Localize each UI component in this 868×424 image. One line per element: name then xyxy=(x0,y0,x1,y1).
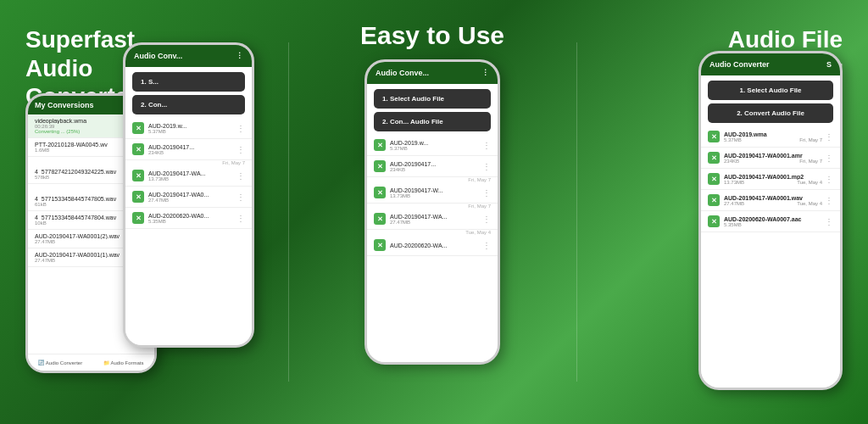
item-dots-icon[interactable]: ⋮ xyxy=(482,241,491,250)
item-dots-icon[interactable]: ⋮ xyxy=(482,215,491,224)
remove-icon[interactable]: ✕ xyxy=(374,239,386,251)
select-audio-button[interactable]: 1. Select Audio File xyxy=(708,81,833,100)
status-icon: S xyxy=(826,60,832,69)
list-item: ✕ AUD-20200620-WA0007.aac 5.35MB ⋮ xyxy=(701,211,840,232)
remove-file-icon[interactable]: ✕ xyxy=(132,143,144,155)
phone-mid: Audio Conve... ⋮ 1. Select Audio File 2.… xyxy=(364,59,500,365)
item-dots-icon[interactable]: ⋮ xyxy=(825,132,833,142)
list-item: ✕ AUD-2019.w... 5.37MB ⋮ xyxy=(125,118,252,139)
item-dots-icon[interactable]: ⋮ xyxy=(482,188,491,198)
remove-icon[interactable]: ✕ xyxy=(708,173,720,185)
remove-file-icon[interactable]: ✕ xyxy=(132,212,144,224)
item-dots-icon[interactable]: ⋮ xyxy=(825,153,833,163)
item-menu-icon[interactable]: ⋮ xyxy=(236,124,245,133)
remove-icon[interactable]: ✕ xyxy=(374,187,386,198)
item-dots-icon[interactable]: ⋮ xyxy=(482,141,491,150)
remove-icon[interactable]: ✕ xyxy=(708,215,720,227)
menu-dots-icon: ⋮ xyxy=(236,52,243,60)
convert-audio-btn[interactable]: 2. Con... Audio File xyxy=(374,112,491,131)
convert-audio-button[interactable]: 2. Convert Audio File xyxy=(708,103,833,123)
remove-icon[interactable]: ✕ xyxy=(374,213,386,225)
item-menu-icon[interactable]: ⋮ xyxy=(236,171,245,181)
list-item: ✕ AUD-20190417-WA0001.mp2 13.73MBTue, Ma… xyxy=(701,169,840,190)
list-item: ✕ AUD-20190417-WA0001.wav 27.47MBTue, Ma… xyxy=(701,190,840,211)
phone2-header: Audio Conv... ⋮ xyxy=(125,45,252,67)
right-panel: Audio File Converter Audio Converter S 1… xyxy=(576,0,868,424)
item-dots-icon[interactable]: ⋮ xyxy=(482,162,491,171)
mid-title: Easy to Use xyxy=(360,21,504,50)
remove-file-icon[interactable]: ✕ xyxy=(132,122,144,134)
item-dots-icon[interactable]: ⋮ xyxy=(825,217,833,226)
item-menu-icon[interactable]: ⋮ xyxy=(236,192,245,202)
remove-file-icon[interactable]: ✕ xyxy=(132,191,144,203)
list-item: ✕ AUD-20190417-WA0001.amr 234KBFri, May … xyxy=(701,148,840,169)
mid-panel: Easy to Use Audio Conve... ⋮ 1. Select A… xyxy=(288,0,576,424)
item-menu-icon[interactable]: ⋮ xyxy=(236,214,245,223)
item-dots-icon[interactable]: ⋮ xyxy=(825,175,833,184)
menu-dots-icon: ⋮ xyxy=(481,69,489,77)
phone-mid-header: Audio Conve... ⋮ xyxy=(367,62,498,84)
remove-icon[interactable]: ✕ xyxy=(708,131,720,142)
remove-file-icon[interactable]: ✕ xyxy=(132,170,144,181)
left-panel: Superfast Audio Converter My Conversions… xyxy=(0,0,288,424)
phone2-btn1[interactable]: 1. S... xyxy=(132,72,245,92)
phone1-bottom-bar: 🔄 Audio Converter 📁 Audio Formats xyxy=(28,354,154,371)
remove-icon[interactable]: ✕ xyxy=(708,194,720,206)
phone-right-header: Audio Converter S xyxy=(701,53,840,75)
remove-icon[interactable]: ✕ xyxy=(374,139,386,151)
list-item: ✕ AUD-20190417... 234KB ⋮ xyxy=(125,139,252,160)
list-item: ✕ AUD-20190417-WA0... 27.47MB ⋮ xyxy=(125,187,252,208)
list-item: ✕ AUD-20200620-WA... ⋮ xyxy=(367,235,498,256)
item-menu-icon[interactable]: ⋮ xyxy=(236,145,245,154)
list-item: ✕ AUD-2019.wma 5.37MBFri, May 7 ⋮ xyxy=(701,126,840,148)
remove-icon[interactable]: ✕ xyxy=(374,160,386,172)
phone-left-2: Audio Conv... ⋮ 1. S... 2. Con... ✕ AUD-… xyxy=(123,42,254,348)
item-dots-icon[interactable]: ⋮ xyxy=(825,196,833,205)
list-item: ✕ AUD-20190417-WA... 13.73MB ⋮ xyxy=(125,165,252,187)
select-audio-btn[interactable]: 1. Select Audio File xyxy=(374,89,491,109)
list-item: ✕ AUD-20190417-WA... 27.47MB ⋮ xyxy=(367,209,498,230)
phone-right: Audio Converter S 1. Select Audio File 2… xyxy=(698,51,843,390)
phone2-btn2[interactable]: 2. Con... xyxy=(132,95,245,114)
list-item: ✕ AUD-20190417... 234KB ⋮ xyxy=(367,156,498,177)
remove-icon[interactable]: ✕ xyxy=(708,152,720,164)
list-item: ✕ AUD-20200620-WA0... 5.35MB ⋮ xyxy=(125,208,252,229)
list-item: ✕ AUD-20190417-W... 13.73MB ⋮ xyxy=(367,182,498,204)
list-item: ✕ AUD-2019.w... 5.37MB ⋮ xyxy=(367,135,498,156)
